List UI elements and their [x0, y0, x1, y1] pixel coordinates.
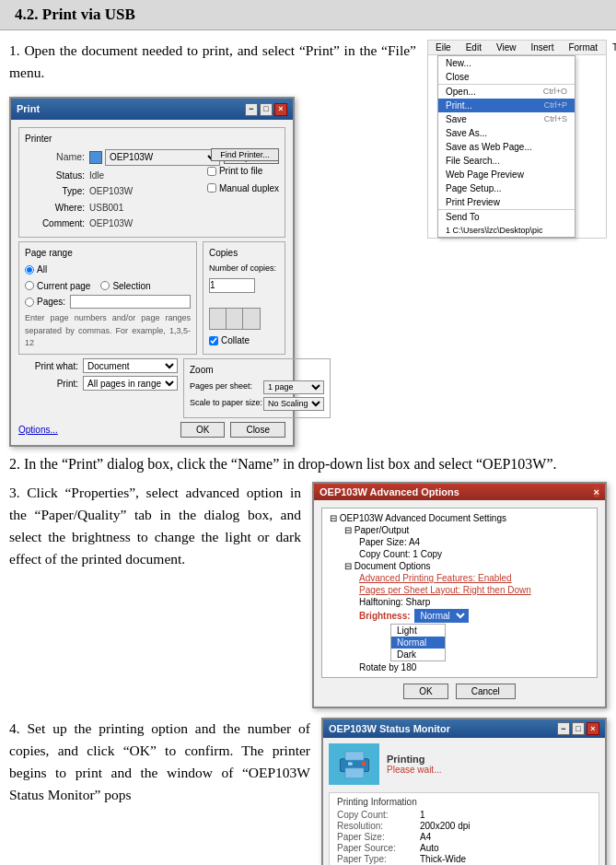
copy-count-row: Copy Count: 1	[337, 810, 591, 820]
menu-open[interactable]: Open...Ctrl+O	[438, 84, 575, 99]
menu-print-selected[interactable]: Print...Ctrl+P	[438, 99, 575, 112]
svg-rect-2	[344, 768, 363, 778]
resolution-label: Resolution:	[337, 821, 420, 831]
menu-edit[interactable]: Edit	[462, 41, 485, 53]
adv-ok-cancel: OK Cancel	[321, 684, 598, 699]
pages-input[interactable]	[70, 295, 191, 309]
scale-select[interactable]: No Scaling	[263, 397, 324, 411]
where-row: Where: USB001	[25, 201, 279, 216]
manual-duplex-checkbox[interactable]	[207, 183, 216, 193]
paper-size-value: A4	[420, 832, 431, 842]
adv-close-btn[interactable]: ×	[594, 486, 599, 497]
menu-save-web[interactable]: Save as Web Page...	[438, 140, 575, 154]
pages-hint: Enter page numbers and/or page ranges se…	[25, 312, 191, 351]
adv-ok-button[interactable]: OK	[403, 684, 447, 699]
brightness-light[interactable]: Light	[391, 625, 445, 637]
print-dialog-body: Printer Name: OEP103W Pr	[11, 120, 293, 445]
menu-new[interactable]: New...	[438, 56, 575, 70]
type-label-el: Type:	[25, 184, 85, 199]
brightness-normal[interactable]: Normal	[391, 637, 445, 649]
step3-text: 3. Click “Properties”, select advanced o…	[9, 482, 301, 570]
dialog-maximize[interactable]: □	[260, 103, 273, 116]
print-what-select[interactable]: Document	[83, 358, 178, 373]
tree-paper-output[interactable]: ⊟ Paper/Output	[341, 524, 593, 536]
tree-halftoning: Halftoning: Sharp	[355, 596, 593, 608]
print-to-file-checkbox[interactable]	[207, 167, 216, 176]
find-printer-button[interactable]: Find Printer...	[211, 148, 279, 161]
printer-section: Printer Name: OEP103W Pr	[18, 127, 285, 238]
paper-source-row: Paper Source: Auto	[337, 843, 591, 853]
sm-minimize[interactable]: −	[557, 722, 570, 735]
step4-text: 4. Set up the printing option and the nu…	[9, 718, 310, 806]
manual-duplex-row: Manual duplex	[207, 181, 279, 196]
where-label-el: Where:	[25, 201, 85, 216]
copies-label: Copies	[209, 246, 279, 261]
dialog-close[interactable]: ×	[274, 103, 287, 116]
adv-tree-view: ⊟ OEP103W Advanced Document Settings ⊟ P…	[321, 508, 598, 678]
tree-rotate: Rotate by 180	[355, 661, 593, 673]
tree-doc-options[interactable]: ⊟ Document Options	[341, 560, 593, 572]
menu-format[interactable]: Format	[564, 41, 601, 53]
menu-view[interactable]: View	[493, 41, 520, 53]
menu-send-to[interactable]: Send To	[438, 209, 575, 224]
menu-page-setup[interactable]: Page Setup...	[438, 181, 575, 195]
menu-web-preview[interactable]: Web Page Preview	[438, 168, 575, 181]
print-select[interactable]: All pages in range	[83, 376, 178, 391]
file-dropdown: New... Close Open...Ctrl+O Print...Ctrl+…	[437, 55, 575, 238]
options-link[interactable]: Options...	[18, 423, 58, 438]
step3-text-col: 3. Click “Properties”, select advanced o…	[9, 482, 301, 708]
current-page-radio[interactable]	[25, 281, 34, 290]
print-what-row-container: Print what: Document Print: All pag	[18, 358, 285, 418]
adv-dialog-body: ⊟ OEP103W Advanced Document Settings ⊟ P…	[314, 500, 605, 707]
printer-name-select[interactable]: OEP103W	[105, 149, 220, 166]
adv-cancel-button[interactable]: Cancel	[456, 684, 516, 699]
menu-print-preview[interactable]: Print Preview	[438, 195, 575, 209]
pages-radio[interactable]	[25, 298, 34, 307]
all-radio[interactable]	[25, 265, 34, 275]
print-form-row: Print: All pages in range	[18, 376, 178, 391]
brightness-select[interactable]: Normal Light Dark	[414, 609, 469, 623]
scale-label: Scale to paper size:	[190, 397, 263, 410]
copies-section: Copies Number of copies:	[203, 241, 285, 356]
collate-row: Collate	[209, 333, 279, 348]
current-page-label: Current page	[37, 279, 90, 294]
file-menu-col: Eile Edit View Insert Format Tools Table…	[427, 40, 607, 447]
adv-dialog-titlebar: OEP103W Advanced Options ×	[314, 484, 605, 500]
paper-source-value: Auto	[420, 843, 439, 853]
brightness-dark[interactable]: Dark	[391, 649, 445, 660]
resolution-value: 200x200 dpi	[420, 821, 471, 831]
menu-tools[interactable]: Tools	[609, 41, 616, 53]
selection-label: Selection	[112, 279, 150, 294]
menu-file-search[interactable]: File Search...	[438, 154, 575, 168]
collate-checkbox[interactable]	[209, 336, 218, 345]
section-title: 4.2. Print via USB	[15, 6, 135, 23]
menu-insert[interactable]: Insert	[527, 41, 557, 53]
paper-type-label: Paper Type:	[337, 854, 420, 864]
menu-recent-file[interactable]: 1 C:\Users\lzc\Desktop\pic	[438, 224, 575, 237]
all-radio-row: All	[25, 263, 191, 277]
sm-maximize[interactable]: □	[572, 722, 585, 735]
status-monitor-col: OEP103W Status Monitor − □ ×	[321, 718, 607, 865]
print-close-button[interactable]: Close	[230, 422, 285, 438]
tree-paper-size: Paper Size: A4	[355, 536, 593, 548]
current-page-row: Current page Selection	[25, 279, 191, 294]
copies-input[interactable]	[209, 278, 255, 293]
menu-file[interactable]: Eile	[432, 41, 455, 53]
where-value: USB001	[89, 201, 123, 216]
file-menu-image: Eile Edit View Insert Format Tools Table…	[427, 40, 607, 239]
selection-radio[interactable]	[100, 281, 110, 290]
status-label-el: Status:	[25, 169, 85, 183]
dialog-minimize[interactable]: −	[245, 103, 258, 116]
svg-point-4	[361, 762, 366, 766]
printer-icon-small	[89, 151, 102, 164]
tree-pages-sheet: Pages per Sheet Layout: Right then Down	[355, 584, 593, 596]
menu-close[interactable]: Close	[438, 70, 575, 84]
pps-select[interactable]: 1 page	[263, 380, 324, 394]
menu-save[interactable]: SaveCtrl+S	[438, 112, 575, 126]
menu-save-as[interactable]: Save As...	[438, 126, 575, 140]
copy-icon-3	[242, 308, 261, 330]
sm-close[interactable]: ×	[587, 722, 599, 735]
print-dialog-container: Print − □ × Printer	[9, 97, 416, 447]
print-ok-button[interactable]: OK	[180, 422, 225, 438]
status-text-block: Printing Please wait...	[387, 754, 441, 775]
